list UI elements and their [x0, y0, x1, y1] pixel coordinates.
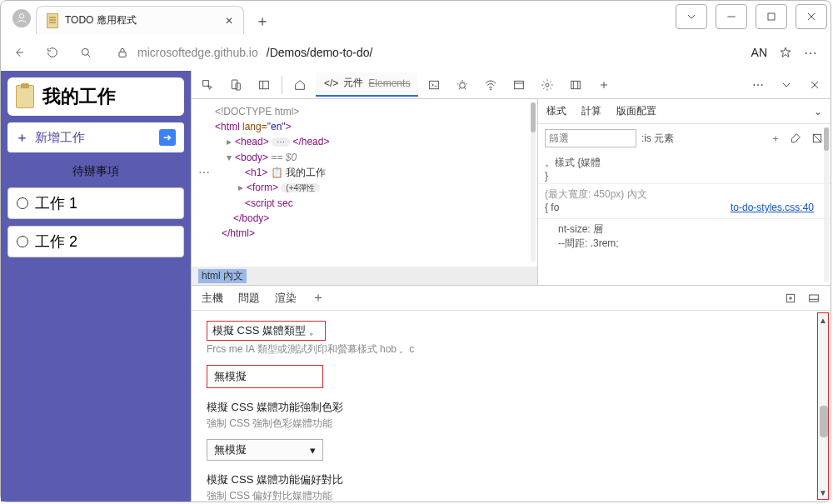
tab-favicon — [47, 13, 58, 28]
add-panel-icon[interactable] — [591, 74, 616, 96]
drawer-tab-console[interactable]: 主機 — [202, 291, 223, 306]
back-button[interactable] — [7, 41, 31, 64]
forced-colors-select[interactable]: 無模擬▾ — [207, 439, 323, 461]
devtools-more-icon[interactable]: ⋯ — [747, 78, 771, 92]
window-minimize-button[interactable] — [716, 4, 747, 29]
contrast-icon[interactable] — [811, 132, 824, 145]
task-text: 工作 1 — [35, 193, 77, 213]
url-path: /Demos/demo-to-do/ — [267, 46, 373, 59]
profile-badge[interactable]: AN — [751, 46, 767, 59]
new-tab-button[interactable]: ＋ — [252, 11, 272, 31]
browser-tab[interactable]: TODO 應用程式 ✕ — [36, 6, 244, 34]
drawer-export-icon[interactable] — [784, 292, 797, 305]
is-element-label: :is 元素 — [641, 132, 674, 146]
profile-avatar[interactable] — [12, 9, 31, 27]
more-icon[interactable]: ⋯ — [804, 45, 819, 61]
more-tools-icon[interactable] — [506, 74, 531, 96]
svg-rect-1 — [768, 13, 775, 20]
submit-icon[interactable]: ➜ — [159, 129, 176, 146]
svg-point-9 — [460, 82, 466, 88]
dom-tree[interactable]: ⋯ <!DOCTYPE html> <html lang="en"> ▸<hea… — [192, 99, 537, 285]
memory-icon[interactable] — [563, 74, 588, 96]
bug-icon[interactable] — [450, 74, 475, 96]
window-caret-button[interactable] — [676, 4, 707, 29]
styles-tabs: 樣式 計算 版面配置 ⌄ — [538, 99, 831, 124]
devtools-close-icon[interactable] — [802, 74, 827, 96]
tab-title: TODO 應用程式 — [65, 13, 218, 27]
device-icon[interactable] — [223, 74, 248, 96]
layout-tab[interactable]: 版面配置 — [616, 104, 656, 118]
prefers-contrast-label: 模擬 CSS 媒體功能偏好對比 — [207, 472, 816, 487]
window-close-button[interactable] — [796, 4, 827, 29]
devtools-settings-icon[interactable] — [774, 74, 799, 96]
dom-breadcrumb[interactable]: html 內文 — [192, 267, 537, 285]
add-task-button[interactable]: ＋ 新增工作 ➜ — [7, 122, 184, 152]
add-rule-icon[interactable]: ＋ — [771, 132, 781, 146]
url-host: microsoftedge.github.io — [137, 46, 258, 59]
scroll-down-icon[interactable]: ▼ — [818, 486, 828, 499]
brush-icon[interactable] — [789, 132, 802, 145]
styles-pane: 樣式 計算 版面配置 ⌄ :is 元素 ＋ — [537, 99, 831, 285]
tab-close-icon[interactable]: ✕ — [225, 15, 233, 27]
favorite-icon[interactable] — [779, 46, 792, 59]
console-icon[interactable] — [421, 74, 446, 96]
emulate-media-type-desc: Frcs me IA 類型或測試列印和螢幕樣式 hob 。c — [207, 342, 816, 357]
lock-icon — [116, 46, 129, 59]
task-checkbox[interactable] — [17, 236, 28, 247]
performance-icon[interactable] — [535, 74, 560, 96]
network-icon[interactable] — [478, 74, 503, 96]
browser-titlebar: TODO 應用程式 ✕ ＋ — [1, 1, 831, 34]
gutter-more-icon[interactable]: ⋯ — [198, 166, 212, 179]
drawer-tab-rendering[interactable]: 渲染 — [275, 291, 297, 306]
search-icon[interactable] — [74, 41, 97, 64]
task-item[interactable]: 工作 2 — [7, 226, 184, 257]
app-pane: 我的工作 ＋ 新增工作 ➜ 待辦事項 工作 1 工作 2 — [1, 71, 191, 502]
prefers-contrast-desc: 強制 CSS 偏好對比媒體功能 — [207, 489, 816, 502]
app-header: 我的工作 — [7, 77, 184, 116]
elements-tab-strike: Elements — [368, 77, 410, 89]
rendering-panel: 模擬 CSS 媒體類型 。 Frcs me IA 類型或測試列印和螢幕樣式 ho… — [192, 311, 831, 502]
forced-colors-label: 模擬 CSS 媒體功能強制色彩 — [207, 400, 816, 415]
task-item[interactable]: 工作 1 — [7, 187, 184, 219]
address-bar: microsoftedge.github.io/Demos/demo-to-do… — [1, 34, 831, 71]
svg-rect-5 — [232, 80, 237, 89]
drawer-add-tab-icon[interactable]: ＋ — [312, 289, 325, 307]
chevron-down-icon[interactable]: ⌄ — [814, 106, 822, 117]
panel-icon[interactable] — [252, 74, 277, 96]
emulate-media-type-label: 模擬 CSS 媒體類型 。 — [207, 321, 326, 341]
svg-rect-7 — [260, 81, 269, 88]
styles-tab[interactable]: 樣式 — [546, 104, 566, 118]
task-text: 工作 2 — [35, 232, 77, 252]
drawer-dock-icon[interactable] — [807, 292, 821, 305]
drawer-scrollbar[interactable]: ▲ ▼ — [817, 312, 829, 500]
emulate-media-type-select[interactable]: 無模擬 — [207, 365, 323, 388]
refresh-button[interactable] — [41, 41, 64, 64]
home-icon[interactable] — [287, 74, 312, 96]
svg-rect-11 — [515, 81, 524, 88]
stylesheet-link[interactable]: to-do-styles.css:40 — [731, 202, 814, 213]
devtools-toolbar: </> 元件 Elements ⋯ — [192, 71, 831, 99]
styles-filter-input[interactable] — [545, 129, 636, 147]
drawer-tab-issues[interactable]: 問題 — [238, 291, 260, 306]
svg-point-2 — [82, 48, 88, 55]
svg-rect-3 — [119, 52, 126, 57]
app-title: 我的工作 — [42, 84, 116, 109]
devtools-drawer: 主機 問題 渲染 ＋ 模擬 CSS 媒體類型 。 Frcs me IA 類型或測… — [192, 285, 831, 502]
elements-tab-label: 元件 — [343, 76, 363, 90]
svg-rect-16 — [810, 295, 819, 302]
devtools: </> 元件 Elements ⋯ ⋯ <!DOCTYPE — [191, 71, 831, 502]
svg-point-12 — [546, 83, 549, 87]
plus-icon: ＋ — [16, 130, 28, 146]
scroll-up-icon[interactable]: ▲ — [818, 313, 828, 327]
svg-rect-13 — [571, 81, 581, 88]
inspect-icon[interactable] — [195, 74, 220, 96]
url-field[interactable]: microsoftedge.github.io/Demos/demo-to-do… — [107, 39, 741, 66]
forced-colors-desc: 強制 CSS 強制色彩媒體功能 — [207, 417, 816, 431]
dom-scrollbar[interactable] — [531, 102, 536, 262]
elements-tab[interactable]: </> 元件 Elements — [316, 72, 418, 97]
styles-scrollbar[interactable] — [824, 127, 829, 282]
computed-tab[interactable]: 計算 — [581, 104, 601, 118]
window-maximize-button[interactable] — [756, 4, 787, 29]
task-checkbox[interactable] — [17, 197, 28, 209]
clipboard-icon — [16, 85, 34, 108]
